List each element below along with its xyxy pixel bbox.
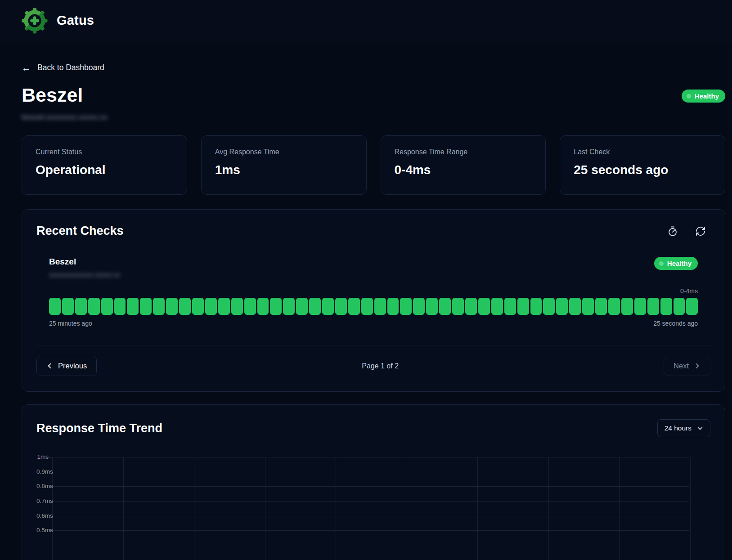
uptime-block[interactable] — [647, 298, 659, 315]
uptime-block[interactable] — [569, 298, 581, 315]
uptime-block[interactable] — [400, 298, 412, 315]
arrow-left-icon: ← — [22, 63, 31, 72]
uptime-block[interactable] — [270, 298, 282, 315]
next-page-button[interactable]: Next — [664, 356, 710, 376]
stat-value: 25 seconds ago — [574, 163, 711, 177]
back-link-label: Back to Dashboard — [37, 63, 104, 72]
uptime-block[interactable] — [674, 298, 685, 315]
uptime-block[interactable] — [348, 298, 360, 315]
vertical-gridline — [619, 457, 620, 560]
uptime-block[interactable] — [582, 298, 594, 315]
y-axis-tick-mark — [49, 486, 52, 487]
uptime-block[interactable] — [361, 298, 373, 315]
uptime-block[interactable] — [88, 298, 100, 315]
uptime-block[interactable] — [660, 298, 672, 315]
uptime-block[interactable] — [75, 298, 87, 315]
stats-row: Current Status Operational Avg Response … — [22, 135, 725, 195]
stat-label: Avg Response Time — [215, 148, 353, 156]
horizontal-gridline — [52, 501, 689, 502]
check-entry-name: Beszel — [49, 257, 120, 267]
page-title: Beszel — [22, 85, 83, 105]
uptime-block[interactable] — [374, 298, 386, 315]
uptime-block[interactable] — [166, 298, 178, 315]
y-axis-tick-mark — [49, 472, 52, 472]
vertical-gridline — [123, 457, 124, 560]
uptime-block[interactable] — [192, 298, 204, 315]
gatus-logo-icon — [22, 8, 48, 34]
time-range-select[interactable]: 24 hours — [657, 419, 710, 437]
uptime-block[interactable] — [179, 298, 191, 315]
uptime-block[interactable] — [127, 298, 139, 315]
uptime-block[interactable] — [634, 298, 646, 315]
uptime-block[interactable] — [218, 298, 230, 315]
uptime-block[interactable] — [504, 298, 516, 315]
stat-value: 1ms — [215, 163, 353, 177]
uptime-block[interactable] — [452, 298, 464, 315]
back-to-dashboard-link[interactable]: ← Back to Dashboard — [22, 63, 104, 72]
uptime-block[interactable] — [413, 298, 425, 315]
stat-card-0: Current Status Operational — [22, 135, 187, 195]
uptime-block[interactable] — [595, 298, 607, 315]
app-title: Gatus — [57, 13, 94, 28]
page-indicator: Page 1 of 2 — [362, 362, 399, 370]
uptime-block[interactable] — [608, 298, 620, 315]
chevron-left-icon — [46, 363, 53, 369]
uptime-block[interactable] — [114, 298, 126, 315]
check-entry-badge-label: Healthy — [667, 260, 692, 267]
stat-label: Current Status — [36, 148, 173, 156]
y-axis-tick-mark — [49, 516, 52, 516]
uptime-block[interactable] — [465, 298, 477, 315]
uptime-block[interactable] — [543, 298, 555, 315]
response-range-label: 0-4ms — [49, 287, 698, 295]
card-divider — [36, 345, 710, 345]
uptime-block[interactable] — [153, 298, 165, 315]
uptime-block[interactable] — [140, 298, 152, 315]
stat-label: Response Time Range — [395, 148, 532, 156]
uptime-block[interactable] — [335, 298, 347, 315]
stat-value: 0-4ms — [395, 163, 532, 177]
vertical-gridline — [477, 457, 478, 560]
vertical-gridline — [52, 457, 53, 560]
uptime-block[interactable] — [556, 298, 568, 315]
stat-card-2: Response Time Range 0-4ms — [381, 135, 546, 195]
refresh-icon[interactable] — [695, 226, 706, 237]
previous-page-button[interactable]: Previous — [36, 356, 97, 376]
y-axis-tick-label: 0.6ms — [36, 512, 49, 520]
y-axis-tick-label: 0.5ms — [36, 526, 49, 534]
uptime-block[interactable] — [491, 298, 503, 315]
uptime-block[interactable] — [439, 298, 451, 315]
uptime-block[interactable] — [283, 298, 295, 315]
horizontal-gridline — [52, 457, 689, 457]
stat-value: Operational — [36, 163, 173, 177]
y-axis-tick-label: 1ms — [36, 453, 49, 461]
uptime-block[interactable] — [517, 298, 529, 315]
uptime-block[interactable] — [530, 298, 542, 315]
uptime-block[interactable] — [426, 298, 438, 315]
uptime-block[interactable] — [62, 298, 74, 315]
uptime-block[interactable] — [478, 298, 490, 315]
uptime-block[interactable] — [296, 298, 308, 315]
y-axis-tick-label: 0.9ms — [36, 468, 49, 476]
vertical-gridline — [265, 457, 265, 560]
response-time-trend-card: Response Time Trend 24 hours 1ms0.9ms0.8… — [22, 404, 725, 560]
horizontal-gridline — [52, 530, 689, 531]
check-entry-url-redacted: xxxxxxxxxxxxx.xxxxx.xx — [49, 271, 120, 278]
uptime-block[interactable] — [101, 298, 113, 315]
chevron-down-icon — [697, 425, 703, 431]
uptime-block[interactable] — [621, 298, 633, 315]
uptime-block[interactable] — [244, 298, 256, 315]
uptime-block[interactable] — [231, 298, 243, 315]
status-dot-icon — [659, 261, 664, 266]
stat-card-1: Avg Response Time 1ms — [201, 135, 367, 195]
trend-title: Response Time Trend — [36, 421, 162, 435]
uptime-block[interactable] — [205, 298, 217, 315]
y-axis-tick-label: 0.8ms — [36, 482, 49, 490]
uptime-block[interactable] — [686, 298, 698, 315]
uptime-block[interactable] — [49, 298, 61, 315]
uptime-block[interactable] — [322, 298, 334, 315]
timer-icon[interactable] — [667, 226, 678, 237]
vertical-gridline — [548, 457, 549, 560]
uptime-block[interactable] — [387, 298, 399, 315]
uptime-block[interactable] — [309, 298, 321, 315]
uptime-block[interactable] — [257, 298, 269, 315]
